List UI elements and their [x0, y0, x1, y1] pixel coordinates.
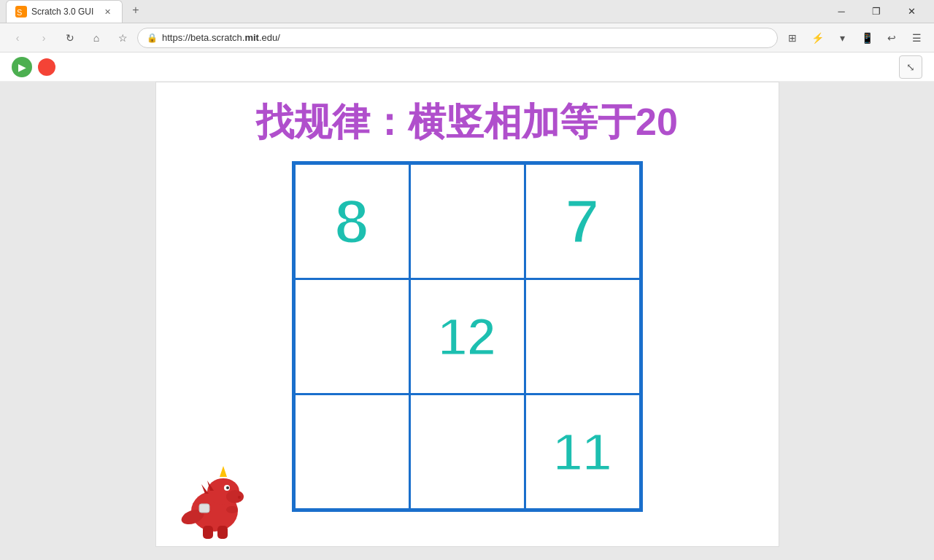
back-button[interactable]: ‹ [6, 26, 29, 50]
scratch-toolbar: ▶ ⤡ [0, 52, 934, 82]
apps-button[interactable]: ⊞ [781, 26, 804, 50]
cell-1-1: 12 [411, 280, 524, 393]
minimize-button[interactable]: ─ [825, 0, 858, 23]
toolbar-right: ⊞ ⚡ ▾ 📱 ↩ ☰ [781, 26, 928, 50]
star-button[interactable]: ☆ [111, 26, 134, 50]
home-button[interactable]: ⌂ [85, 26, 108, 50]
close-button[interactable]: ✕ [895, 0, 928, 23]
address-input[interactable]: 🔒 https://beta.scratch.mit.edu/ [137, 28, 778, 48]
tab-bar: S Scratch 3.0 GUI ✕ + [6, 0, 825, 23]
cell-number-2-2: 11 [553, 426, 611, 478]
dino-sprite [180, 459, 249, 539]
menu-button[interactable]: ☰ [905, 26, 928, 50]
puzzle-grid: 8 7 12 11 [292, 161, 643, 512]
secure-icon: 🔒 [147, 33, 158, 43]
cell-2-1 [411, 395, 524, 508]
cell-1-2 [526, 280, 639, 393]
tab-favicon: S [15, 6, 27, 18]
puzzle-title: 找规律：横竖相加等于20 [156, 82, 779, 155]
svg-marker-7 [220, 466, 227, 477]
browser-window: S Scratch 3.0 GUI ✕ + ─ ❐ ✕ ‹ › ↻ ⌂ ☆ 🔒 … [0, 0, 934, 560]
active-tab[interactable]: S Scratch 3.0 GUI ✕ [6, 0, 123, 23]
grid-wrapper: 8 7 12 11 [156, 161, 779, 512]
dino-svg [180, 459, 249, 539]
dropdown-button[interactable]: ▾ [830, 26, 854, 50]
lightning-button[interactable]: ⚡ [806, 26, 829, 50]
cell-0-1 [411, 165, 524, 278]
tab-title: Scratch 3.0 GUI [31, 7, 97, 17]
svg-point-12 [226, 506, 238, 513]
svg-point-4 [226, 490, 244, 503]
address-bar: ‹ › ↻ ⌂ ☆ 🔒 https://beta.scratch.mit.edu… [0, 23, 934, 52]
cell-0-0: 8 [296, 165, 409, 278]
svg-point-14 [238, 496, 241, 499]
fullscreen-button[interactable]: ⤡ [899, 55, 922, 79]
stage: 找规律：横竖相加等于20 8 7 12 [155, 82, 779, 547]
stop-button[interactable] [38, 58, 55, 76]
restore-button[interactable]: ❐ [860, 0, 893, 23]
cell-number-0-0: 8 [334, 190, 368, 252]
svg-rect-10 [203, 526, 213, 539]
svg-rect-15 [199, 504, 209, 513]
cell-2-0 [296, 395, 409, 508]
tab-close-button[interactable]: ✕ [101, 6, 113, 18]
svg-rect-11 [217, 526, 228, 539]
cell-2-2: 11 [526, 395, 639, 508]
svg-text:S: S [17, 8, 22, 17]
svg-point-6 [226, 486, 229, 489]
cell-0-2: 7 [526, 165, 639, 278]
tablet-button[interactable]: 📱 [855, 26, 879, 50]
url-text: https://beta.scratch.mit.edu/ [162, 32, 280, 43]
forward-button[interactable]: › [32, 26, 55, 50]
new-tab-button[interactable]: + [126, 0, 146, 20]
cell-number-1-1: 12 [438, 311, 496, 363]
window-controls: ─ ❐ ✕ [825, 0, 928, 23]
title-bar: S Scratch 3.0 GUI ✕ + ─ ❐ ✕ [0, 0, 934, 23]
history-button[interactable]: ↩ [880, 26, 903, 50]
stage-container: 找规律：横竖相加等于20 8 7 12 [0, 82, 934, 560]
refresh-button[interactable]: ↻ [58, 26, 82, 50]
green-flag-button[interactable]: ▶ [12, 57, 32, 77]
cell-1-0 [296, 280, 409, 393]
cell-number-0-2: 7 [565, 190, 599, 252]
